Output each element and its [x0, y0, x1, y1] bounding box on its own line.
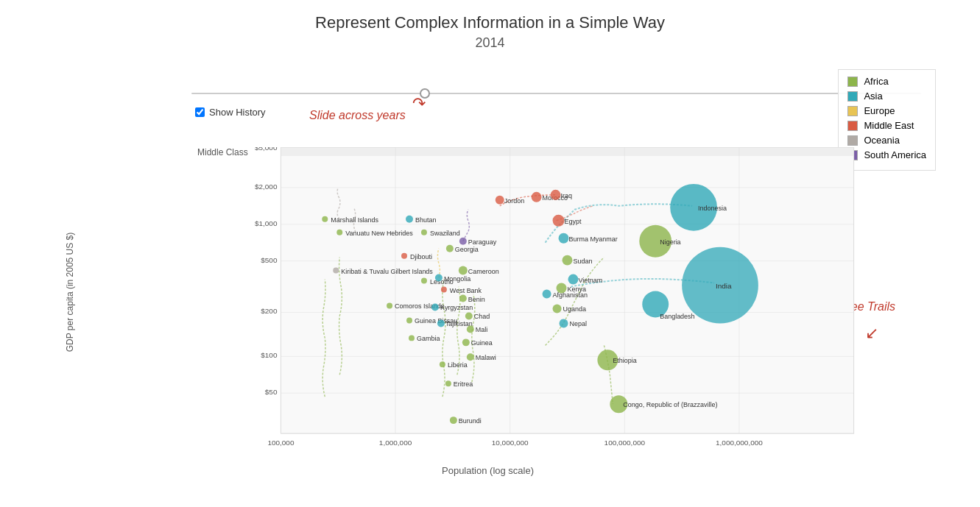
- svg-text:Mongolia: Mongolia: [444, 275, 470, 283]
- legend-color-europe: [847, 106, 858, 116]
- svg-text:Burundi: Burundi: [459, 417, 482, 425]
- year-slider-container: [191, 87, 921, 102]
- svg-text:100,000,000: 100,000,000: [604, 439, 646, 447]
- svg-text:Bangladesh: Bangladesh: [660, 313, 694, 320]
- svg-text:Guinea: Guinea: [471, 339, 493, 347]
- svg-text:Congo, Republic of (Brazzavill: Congo, Republic of (Brazzaville): [623, 401, 717, 408]
- svg-text:Nigeria: Nigeria: [660, 238, 680, 246]
- slider-track: [191, 93, 921, 94]
- svg-point-42: [409, 335, 415, 341]
- svg-text:Djibouti: Djibouti: [410, 253, 432, 260]
- legend-label-africa: Africa: [864, 76, 888, 87]
- svg-text:Burma Myanmar: Burma Myanmar: [568, 235, 617, 243]
- svg-point-58: [465, 312, 473, 319]
- svg-text:100,000: 100,000: [267, 439, 294, 447]
- svg-point-72: [553, 215, 565, 227]
- svg-text:Iraq: Iraq: [561, 192, 572, 199]
- svg-text:Jordon: Jordon: [504, 197, 524, 205]
- legend-item-europe: Europe: [847, 105, 926, 116]
- svg-text:Eritrea: Eritrea: [454, 380, 473, 388]
- svg-point-40: [437, 319, 445, 327]
- show-history-checkbox[interactable]: [195, 107, 205, 117]
- svg-point-82: [553, 304, 562, 313]
- svg-text:West Bank: West Bank: [450, 287, 482, 294]
- legend-item-middle-east: Middle East: [847, 120, 926, 131]
- svg-text:Benin: Benin: [468, 296, 485, 303]
- svg-point-64: [467, 353, 474, 361]
- legend-label-oceania: Oceania: [864, 135, 899, 146]
- svg-point-20: [333, 268, 339, 274]
- svg-text:$100: $100: [261, 351, 278, 359]
- slide-arrow-icon: ↷: [412, 94, 426, 113]
- svg-text:$5,000: $5,000: [255, 147, 278, 152]
- legend-color-oceania: [847, 135, 858, 146]
- svg-point-66: [496, 196, 504, 205]
- svg-text:Ethiopia: Ethiopia: [613, 357, 636, 364]
- svg-text:India: India: [716, 282, 732, 290]
- svg-text:Chad: Chad: [474, 313, 490, 320]
- svg-text:$500: $500: [261, 256, 278, 264]
- svg-text:Indonesia: Indonesia: [698, 205, 727, 212]
- legend-label-asia: Asia: [864, 91, 882, 102]
- chart-svg: Marshall Islands Vanuatu New Hebrides Ki…: [191, 147, 943, 455]
- svg-point-22: [406, 216, 413, 223]
- svg-text:Liberia: Liberia: [448, 361, 468, 369]
- svg-point-84: [560, 319, 568, 327]
- svg-point-80: [557, 283, 567, 294]
- svg-text:Bhutan: Bhutan: [415, 216, 436, 224]
- page-container: Represent Complex Information in a Simpl…: [0, 0, 980, 507]
- legend-color-middle-east: [847, 121, 858, 131]
- legend-item-asia: Asia: [847, 91, 926, 102]
- svg-text:Kiribati & Tuvalu Gilbert Isla: Kiribati & Tuvalu Gilbert Islands: [341, 268, 433, 275]
- svg-point-36: [406, 317, 412, 323]
- svg-text:Nepal: Nepal: [569, 320, 586, 327]
- svg-rect-1: [281, 147, 853, 156]
- x-axis-label: Population (log scale): [442, 465, 534, 476]
- svg-point-48: [450, 416, 457, 424]
- svg-text:Sudan: Sudan: [573, 258, 592, 265]
- svg-text:Swaziland: Swaziland: [430, 230, 460, 237]
- svg-point-56: [459, 295, 467, 302]
- show-history-control[interactable]: Show History: [195, 107, 266, 118]
- y-axis-label: GDP per capita (in 2005 US $): [65, 233, 75, 352]
- svg-text:1,000,000,000: 1,000,000,000: [716, 439, 763, 447]
- svg-text:Kyrgyzstan: Kyrgyzstan: [440, 304, 473, 311]
- svg-point-18: [336, 230, 342, 235]
- svg-text:Paraguay: Paraguay: [468, 238, 497, 246]
- svg-text:$50: $50: [265, 388, 278, 396]
- svg-point-16: [322, 216, 328, 222]
- svg-text:Gambia: Gambia: [417, 335, 440, 342]
- svg-point-76: [563, 255, 573, 266]
- svg-text:$200: $200: [261, 307, 278, 315]
- svg-text:Mali: Mali: [476, 326, 487, 333]
- svg-point-68: [532, 192, 542, 202]
- svg-text:Cameroon: Cameroon: [468, 268, 499, 275]
- year-label: 2014: [0, 35, 980, 51]
- page-title: Represent Complex Information in a Simpl…: [0, 0, 980, 32]
- svg-point-30: [441, 287, 447, 293]
- legend-color-africa: [847, 77, 858, 87]
- svg-point-24: [421, 230, 427, 235]
- svg-text:Egypt: Egypt: [565, 218, 582, 225]
- svg-text:Marshall Islands: Marshall Islands: [331, 216, 378, 224]
- svg-point-46: [445, 380, 451, 386]
- legend-label-middle-east: Middle East: [864, 120, 914, 131]
- svg-point-78: [543, 290, 551, 299]
- svg-text:$2,000: $2,000: [255, 182, 278, 191]
- svg-text:1,000,000: 1,000,000: [379, 439, 412, 447]
- svg-text:Uganda: Uganda: [563, 305, 586, 313]
- svg-text:Vanuatu New Hebrides: Vanuatu New Hebrides: [345, 230, 413, 237]
- svg-text:Vietnam: Vietnam: [578, 277, 602, 284]
- legend-item-africa: Africa: [847, 76, 926, 87]
- svg-text:$1,000: $1,000: [255, 219, 278, 227]
- svg-point-74: [559, 233, 569, 244]
- legend-color-asia: [847, 91, 858, 102]
- svg-point-32: [435, 274, 443, 282]
- legend-item-oceania: Oceania: [847, 135, 926, 146]
- svg-point-44: [440, 361, 445, 367]
- svg-point-54: [459, 266, 468, 275]
- svg-text:Kenya: Kenya: [568, 286, 586, 293]
- chart-area: Marshall Islands Vanuatu New Hebrides Ki…: [191, 147, 943, 455]
- svg-point-26: [401, 253, 407, 259]
- svg-point-70: [551, 190, 561, 200]
